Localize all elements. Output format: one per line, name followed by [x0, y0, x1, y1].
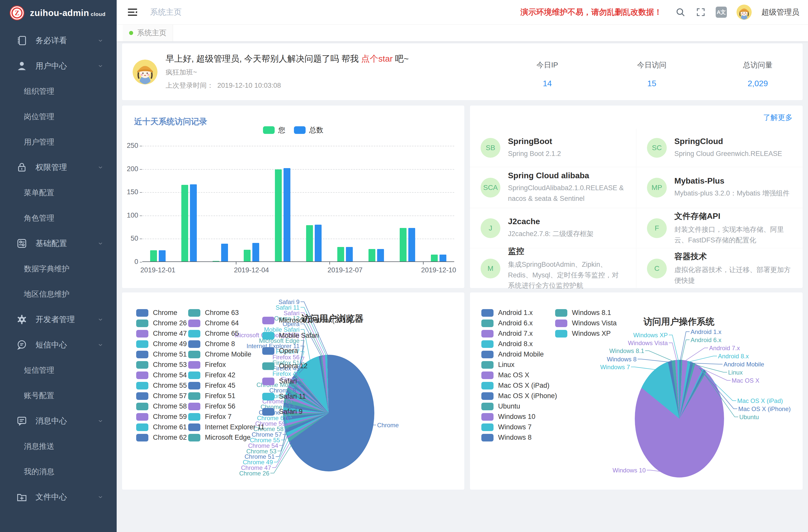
tech-initials-badge: C — [647, 259, 667, 278]
legend-item[interactable]: Firefox 7 — [188, 413, 232, 421]
legend-item[interactable]: Safari — [262, 377, 297, 385]
user-avatar[interactable] — [736, 4, 752, 20]
legend-item[interactable]: 您 — [263, 125, 285, 135]
legend-item[interactable]: 总数 — [294, 125, 323, 135]
legend-item[interactable]: Mobile Safari — [262, 332, 319, 340]
legend-chip — [481, 309, 494, 317]
legend-label: Chrome — [153, 309, 177, 317]
legend-item[interactable]: Android Mobile — [481, 350, 544, 358]
legend-label: Chrome 57 — [153, 392, 187, 400]
legend-item[interactable]: Chrome 57 — [136, 392, 187, 400]
sidebar-item-group[interactable]: 用户中心 — [0, 53, 117, 79]
legend-item[interactable]: Mac OS X — [481, 371, 529, 379]
legend-item[interactable]: Android 8.x — [481, 340, 533, 348]
sidebar-item-group[interactable]: 消息中心 — [0, 408, 117, 434]
legend-item[interactable]: Mac OS X (iPhone) — [481, 392, 557, 400]
search-icon[interactable] — [675, 7, 686, 18]
x-axis-label: 2019-12-01 — [140, 266, 175, 274]
legend-item[interactable]: Windows 8.1 — [555, 309, 611, 317]
legend-item[interactable]: Android 1.x — [481, 309, 533, 317]
sidebar-subitem[interactable]: 菜单配置 — [0, 180, 117, 205]
legend-item[interactable]: Internet Explorer 11 — [188, 423, 264, 431]
legend-item[interactable]: Chrome Mobile — [188, 350, 251, 358]
sidebar-item-group[interactable]: 开发者管理 — [0, 307, 117, 332]
app-logo[interactable]: Z zuihou-admincloud — [0, 0, 117, 26]
sidebar-item-group[interactable]: 短信中心 — [0, 332, 117, 357]
star-link[interactable]: 点个star — [361, 54, 393, 63]
legend-item[interactable]: Linux — [481, 361, 515, 369]
legend-item[interactable]: Chrome — [136, 309, 177, 317]
legend-item[interactable]: Opera 12 — [262, 362, 308, 370]
legend-item[interactable]: Chrome 54 — [136, 371, 187, 379]
bar-group — [267, 146, 298, 261]
legend-item[interactable]: Windows 8 — [481, 434, 532, 441]
legend-chip — [481, 403, 494, 410]
legend-item[interactable]: Mac OS X (iPad) — [481, 382, 550, 389]
legend-item[interactable]: Android 6.x — [481, 319, 533, 327]
pie-callout-label: Windows 8 — [607, 356, 637, 363]
legend-item[interactable]: Windows XP — [555, 330, 611, 337]
legend-item[interactable]: Opera — [262, 347, 298, 355]
legend-item[interactable]: Chrome 63 — [188, 309, 239, 317]
sidebar-subitem[interactable]: 数据字典维护 — [0, 256, 117, 281]
legend-item[interactable]: Chrome 53 — [136, 361, 187, 369]
legend-item[interactable]: Windows 7 — [481, 423, 532, 431]
legend-item[interactable]: Ubuntu — [481, 402, 520, 410]
legend-item[interactable]: Chrome 26 — [136, 319, 187, 327]
legend-item[interactable]: Firefox 56 — [188, 402, 235, 410]
legend-item[interactable]: Firefox — [188, 361, 226, 369]
sidebar-subitem[interactable]: 岗位管理 — [0, 104, 117, 129]
legend-item[interactable]: Chrome 49 — [136, 340, 187, 348]
legend-chip — [188, 403, 200, 410]
legend-item[interactable]: Chrome 59 — [136, 413, 187, 421]
legend-item[interactable]: Chrome 8 — [188, 340, 235, 348]
legend-item[interactable]: Safari 11 — [262, 392, 306, 400]
legend-label: Android 7.x — [498, 330, 533, 337]
legend-item[interactable]: Firefox 42 — [188, 371, 235, 379]
legend-item[interactable]: Microsoft Edge — [188, 434, 251, 441]
sidebar-subitem[interactable]: 短信管理 — [0, 357, 117, 383]
current-user-name[interactable]: 超级管理员 — [761, 7, 800, 18]
sidebar-item-group[interactable]: 务必详看 — [0, 28, 117, 53]
legend-item[interactable]: Android 7.x — [481, 330, 533, 337]
learn-more-link[interactable]: 了解更多 — [763, 113, 792, 123]
sidebar-subitem[interactable]: 消息推送 — [0, 434, 117, 459]
sidebar-item-group[interactable]: 文件中心 — [0, 484, 117, 510]
legend-item[interactable]: Windows 10 — [481, 413, 535, 421]
pie-callout-label: Android 1.x — [691, 328, 721, 335]
legend-item[interactable]: Chrome 65 — [188, 330, 239, 337]
legend-item[interactable]: Safari 9 — [262, 408, 302, 416]
sidebar-subitem[interactable]: 角色管理 — [0, 205, 117, 231]
sidebar-subitem-label: 用户管理 — [24, 137, 54, 147]
sidebar-subitem[interactable]: 用户管理 — [0, 129, 117, 155]
sidebar-item-label: 务必详看 — [36, 35, 67, 46]
legend-item[interactable]: Chrome 61 — [136, 423, 187, 431]
legend-item[interactable]: Windows Vista — [555, 319, 617, 327]
sidebar-subitem[interactable]: 账号配置 — [0, 383, 117, 408]
legend-item[interactable]: Chrome 62 — [136, 434, 187, 441]
legend-item[interactable]: Firefox 45 — [188, 382, 235, 389]
app-title-suffix: cloud — [91, 11, 106, 17]
menu-fold-icon[interactable] — [127, 7, 138, 17]
legend-label: Chrome 64 — [205, 319, 239, 327]
breadcrumb[interactable]: 系统主页 — [150, 7, 182, 18]
legend-label: Chrome 62 — [153, 434, 187, 441]
fullscreen-icon[interactable] — [695, 7, 706, 18]
sidebar-subitem[interactable]: 我的消息 — [0, 459, 117, 484]
legend-item[interactable]: Chrome 64 — [188, 319, 239, 327]
font-language-icon[interactable]: A文 — [716, 6, 727, 18]
legend-item[interactable]: Chrome 47 — [136, 330, 187, 337]
legend-item[interactable]: Chrome 51 — [136, 350, 187, 358]
sidebar-item-group[interactable]: 权限管理 — [0, 155, 117, 180]
sidebar: Z zuihou-admincloud 务必详看用户中心组织管理岗位管理用户管理… — [0, 0, 117, 532]
legend-item[interactable]: Chrome 55 — [136, 382, 187, 389]
sidebar-subitem-label: 角色管理 — [24, 213, 54, 223]
tech-grid: SBSpringBootSpring Boot 2.1.2SCSpringClo… — [470, 129, 803, 288]
browser-pie-card: ChromeChrome 26Chrome 47Chrome 49Chrome … — [122, 292, 465, 490]
sidebar-subitem[interactable]: 地区信息维护 — [0, 281, 117, 307]
tab-home[interactable]: 系统主页 — [123, 24, 173, 41]
legend-item[interactable]: Firefox 51 — [188, 392, 235, 400]
sidebar-item-group[interactable]: 基础配置 — [0, 231, 117, 256]
legend-item[interactable]: Chrome 58 — [136, 402, 187, 410]
sidebar-subitem[interactable]: 组织管理 — [0, 79, 117, 104]
